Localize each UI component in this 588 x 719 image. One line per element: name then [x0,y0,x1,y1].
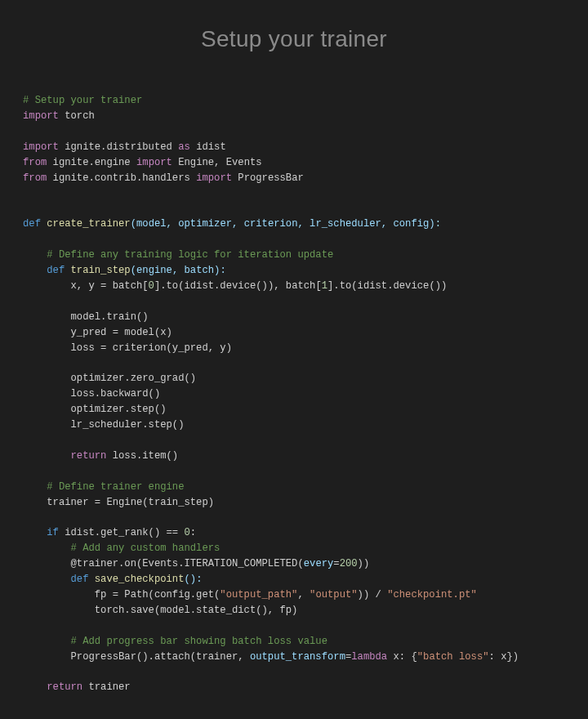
names: Engine, Events [178,157,261,168]
code-line: loss.item() [106,450,178,462]
code-line-comment: # Add progress bar showing batch loss va… [23,636,327,647]
code-line: @trainer.on(Events.ITERATION_COMPLETED( [23,558,304,569]
code-line: y_pred = model(x) [23,327,172,338]
kw-import: import [23,110,59,122]
code-line: model.train() [23,311,149,323]
kw-import: import [23,141,59,153]
string: "output" [310,589,358,601]
code-block: # Setup your trainer import torch import… [23,93,565,695]
fn-name: save_checkpoint [95,574,185,585]
code-line: : x}) [489,651,519,663]
kw-return: return [47,681,82,693]
module: ignite.engine [53,157,131,168]
code-line: loss = criterion(y_pred, y) [23,342,232,354]
string: "output_path" [220,589,297,601]
code-line: torch.save(model.state_dict(), fp) [23,605,297,616]
kw-as: as [178,141,190,153]
number: 0 [149,280,154,292]
number: 0 [185,527,190,538]
fn-params: (): [185,574,203,585]
page-title: Setup your trainer [23,26,565,52]
number: 200 [340,558,358,569]
module: torch [65,110,95,122]
names: ProgressBar [238,172,303,184]
code-line: ].to(idist.device()), batch[ [154,280,322,292]
kw-def: def [47,265,65,276]
string: "batch loss" [417,651,489,663]
code-line: idist.get_rank() == [59,527,185,538]
code-line: , [297,589,310,601]
code-line: optimizer.step() [23,404,167,415]
code-line: loss.backward() [23,388,160,400]
code-line: optimizer.zero_grad() [23,373,196,384]
kw-def: def [23,218,41,230]
code-line: )) / [358,589,388,601]
kw-from: from [23,172,47,184]
kw-import: import [196,172,232,184]
kwarg: every [304,558,334,569]
kwarg: output_transform [250,651,345,663]
code-line-comment: # Add any custom handlers [23,543,220,554]
string: "checkpoint.pt" [387,589,477,601]
code-line: x: { [387,651,417,663]
code-line: fp = Path(config.get( [23,589,220,601]
kw-if: if [47,527,59,538]
fn-name: train_step [71,265,131,276]
code-slide: Setup your trainer # Setup your trainer … [0,0,588,719]
code-line: ProgressBar().attach(trainer, [23,651,250,663]
code-line: ].to(idist.device()) [327,280,447,292]
code-line-comment: # Define any training logic for iteratio… [23,249,333,261]
fn-params: (model, optimizer, criterion, lr_schedul… [131,218,441,230]
code-line: x, y = batch[ [23,280,149,292]
fn-name: create_trainer [47,218,130,230]
kw-lambda: lambda [351,651,387,663]
kw-return: return [71,450,107,462]
code-line: : [190,527,196,538]
code-line-comment: # Setup your trainer [23,95,142,106]
code-line: = [333,558,339,569]
alias: idist [196,141,226,153]
code-line: lr_scheduler.step() [23,419,184,431]
code-line: trainer [82,681,131,693]
code-line: )) [358,558,370,569]
kw-def: def [71,574,89,585]
kw-import: import [136,157,172,168]
module: ignite.distributed [65,141,172,153]
kw-from: from [23,157,47,168]
fn-params: (engine, batch): [131,265,226,276]
module: ignite.contrib.handlers [53,172,190,184]
number: 1 [322,280,327,292]
code-line: trainer = Engine(train_step) [23,497,214,508]
code-line-comment: # Define trainer engine [23,481,184,493]
